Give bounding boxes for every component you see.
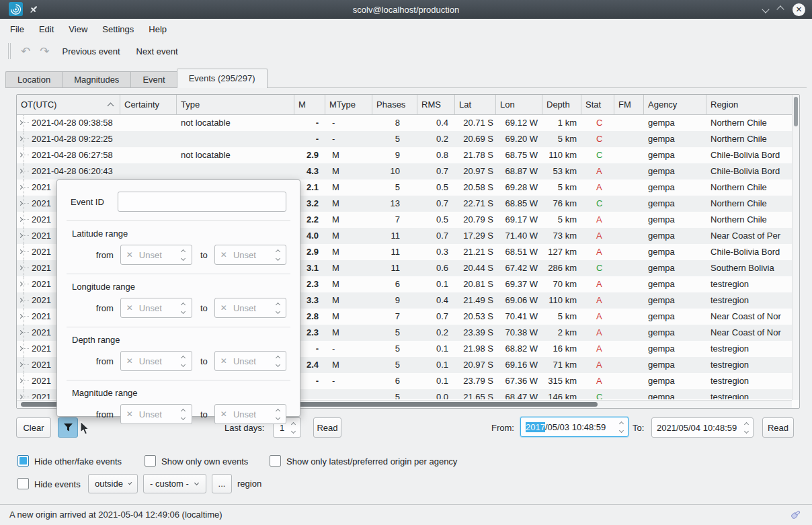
- range-from-spinbox[interactable]: ✕Unset: [120, 404, 192, 424]
- tab-magnitudes[interactable]: Magnitudes: [62, 71, 130, 88]
- window-minimize-icon[interactable]: [762, 5, 769, 13]
- to-datetime-field[interactable]: 2021/05/04 10:48:59: [651, 417, 754, 438]
- row-expander-icon[interactable]: [17, 341, 32, 357]
- range-to-spinbox[interactable]: ✕Unset: [214, 404, 286, 424]
- row-expander-icon[interactable]: [17, 325, 32, 341]
- menu-item-settings[interactable]: Settings: [95, 21, 141, 38]
- column-header-mtype[interactable]: MType: [325, 95, 372, 114]
- tab-events-295-297[interactable]: Events (295/297): [177, 69, 268, 88]
- table-row[interactable]: 2021-04-28 09:22:25--50.220.69 S69.20 W5…: [17, 131, 799, 147]
- region-browse-button[interactable]: ...: [212, 474, 232, 493]
- range-from-spinbox[interactable]: ✕Unset: [120, 351, 192, 371]
- column-header-phases[interactable]: Phases: [372, 95, 417, 114]
- vertical-scrollbar-thumb[interactable]: [794, 97, 798, 126]
- range-from-spinbox[interactable]: ✕Unset: [120, 245, 192, 265]
- spin-down-icon[interactable]: [275, 362, 280, 366]
- row-expander-icon[interactable]: [17, 357, 32, 373]
- column-header-m[interactable]: M: [294, 95, 325, 114]
- spin-down-icon[interactable]: [181, 415, 186, 419]
- row-expander-icon[interactable]: [17, 115, 32, 131]
- spin-down-icon[interactable]: [743, 428, 748, 433]
- column-header-lon[interactable]: Lon: [496, 95, 542, 114]
- row-expander-icon[interactable]: [17, 292, 32, 309]
- spin-up-icon[interactable]: [275, 355, 280, 360]
- spin-up-icon[interactable]: [743, 421, 748, 426]
- vertical-scrollbar[interactable]: [792, 95, 799, 400]
- toolbar-handle[interactable]: [8, 43, 11, 59]
- row-expander-icon[interactable]: [17, 179, 32, 196]
- column-header-lat[interactable]: Lat: [455, 95, 496, 114]
- column-header-region[interactable]: Region: [706, 95, 792, 114]
- menu-item-file[interactable]: File: [3, 21, 32, 38]
- range-to-spinbox[interactable]: ✕Unset: [214, 298, 286, 318]
- spin-up-icon[interactable]: [618, 421, 623, 426]
- table-row[interactable]: 2021-04-28 06:27:58not locatable2.9M90.8…: [17, 147, 799, 163]
- column-header-ot[interactable]: OT(UTC): [17, 95, 120, 114]
- tab-event[interactable]: Event: [130, 71, 176, 88]
- row-expander-icon[interactable]: [17, 163, 32, 179]
- spin-up-icon[interactable]: [290, 421, 295, 426]
- table-row[interactable]: 2021-04-28 09:38:58not locatable--80.420…: [17, 115, 799, 131]
- row-expander-icon[interactable]: [17, 244, 32, 260]
- cell-region: Northern Chile: [706, 131, 799, 147]
- column-header-type[interactable]: Type: [177, 95, 294, 114]
- column-header-fm[interactable]: FM: [614, 95, 644, 114]
- spin-down-icon[interactable]: [618, 428, 623, 432]
- row-expander-icon[interactable]: [17, 196, 32, 212]
- next-event-button[interactable]: Next event: [128, 46, 186, 56]
- redo-arrow-icon[interactable]: ↷: [35, 44, 54, 58]
- spin-down-icon[interactable]: [275, 415, 280, 419]
- range-from-spinbox[interactable]: ✕Unset: [120, 298, 192, 318]
- spin-up-icon[interactable]: [181, 302, 186, 307]
- menu-item-help[interactable]: Help: [141, 21, 174, 38]
- previous-event-button[interactable]: Previous event: [54, 46, 128, 56]
- range-to-spinbox[interactable]: ✕Unset: [214, 245, 286, 265]
- spin-down-icon[interactable]: [275, 309, 280, 313]
- row-expander-icon[interactable]: [17, 373, 32, 389]
- column-header-rms[interactable]: RMS: [417, 95, 455, 114]
- region-preset-dropdown[interactable]: - custom -: [143, 474, 206, 493]
- menu-item-edit[interactable]: Edit: [32, 21, 61, 38]
- spin-down-icon[interactable]: [275, 255, 280, 260]
- spin-down-icon[interactable]: [181, 255, 186, 260]
- spin-up-icon[interactable]: [181, 355, 186, 360]
- spin-up-icon[interactable]: [275, 302, 280, 307]
- row-expander-icon[interactable]: [17, 260, 32, 276]
- row-expander-icon[interactable]: [17, 309, 32, 325]
- window-close-icon[interactable]: ✕: [793, 3, 805, 16]
- window-maximize-icon[interactable]: [776, 5, 784, 13]
- spin-down-icon[interactable]: [181, 309, 186, 313]
- read-button[interactable]: Read: [313, 417, 341, 438]
- column-header-stat[interactable]: Stat: [581, 95, 614, 114]
- row-expander-icon[interactable]: [17, 228, 32, 244]
- hide-other-fake-events-checkbox[interactable]: [17, 455, 29, 467]
- spin-down-icon[interactable]: [290, 428, 295, 433]
- outside-inside-dropdown[interactable]: outside: [88, 474, 138, 493]
- from-datetime-field[interactable]: 2017/05/03 10:48:59: [520, 417, 628, 437]
- row-expander-icon[interactable]: [17, 389, 32, 399]
- row-expander-icon[interactable]: [17, 276, 32, 292]
- menu-item-view[interactable]: View: [61, 21, 95, 38]
- popup-divider: [67, 380, 290, 380]
- tab-location[interactable]: Location: [5, 71, 62, 88]
- undo-arrow-icon[interactable]: ↶: [16, 44, 35, 58]
- range-to-spinbox[interactable]: ✕Unset: [214, 351, 286, 371]
- spin-down-icon[interactable]: [181, 362, 186, 366]
- spin-up-icon[interactable]: [181, 408, 186, 413]
- column-header-certainty[interactable]: Certainty: [120, 95, 177, 114]
- row-expander-icon[interactable]: [17, 212, 32, 228]
- hide-events-checkbox[interactable]: [17, 478, 29, 489]
- show-only-latest-checkbox[interactable]: [270, 455, 281, 467]
- event-id-input[interactable]: [118, 192, 286, 212]
- clear-button[interactable]: Clear: [16, 417, 51, 438]
- spin-up-icon[interactable]: [181, 249, 186, 253]
- spin-up-icon[interactable]: [275, 408, 280, 413]
- column-header-agency[interactable]: Agency: [644, 95, 706, 114]
- row-expander-icon[interactable]: [17, 147, 32, 163]
- row-expander-icon[interactable]: [17, 131, 32, 147]
- show-only-own-events-checkbox[interactable]: [145, 455, 156, 467]
- spin-up-icon[interactable]: [275, 249, 280, 253]
- column-header-depth[interactable]: Depth: [542, 95, 581, 114]
- read-time-range-button[interactable]: Read: [762, 417, 794, 438]
- table-row[interactable]: 2021-04-28 06:20:434.3M100.720.97 S68.87…: [17, 163, 799, 179]
